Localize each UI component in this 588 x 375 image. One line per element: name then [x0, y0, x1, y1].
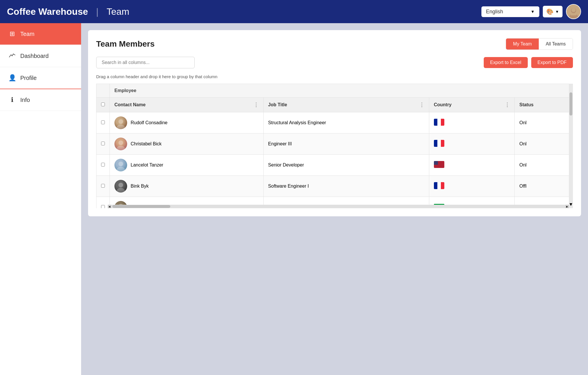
- sidebar-item-team[interactable]: ⊞ Team: [0, 23, 81, 45]
- table-column-headers: Contact Name ⋮ Job Title ⋮: [96, 98, 573, 112]
- col-checkbox-all: [96, 84, 110, 98]
- contact-name-cell: Bink Byk: [110, 176, 264, 197]
- dashboard-icon: [8, 52, 16, 60]
- employee-avatar: [114, 138, 127, 150]
- job-title-value: Senior Developer: [268, 162, 304, 167]
- svg-rect-4: [570, 13, 577, 15]
- row-checkbox[interactable]: [101, 205, 105, 208]
- team-icon: ⊞: [8, 30, 16, 38]
- job-title-cell: Senior Developer: [263, 155, 429, 176]
- language-label: English: [486, 9, 503, 15]
- svg-point-3: [571, 8, 576, 12]
- search-input[interactable]: [96, 57, 195, 68]
- col-header-job-title[interactable]: Job Title ⋮: [263, 98, 429, 112]
- col-label-contact-name: Contact Name: [114, 102, 146, 107]
- contact-name-cell: Christabel Bick: [110, 133, 264, 155]
- theme-dropdown-arrow: ▼: [555, 10, 559, 14]
- tab-all-teams[interactable]: All Teams: [539, 39, 573, 50]
- status-cell: Offl: [514, 176, 573, 197]
- table-row: Lancelot Tanzer Senior Developer Onl: [96, 155, 573, 176]
- sidebar: ⊞ Team Dashboard 👤 Profile ℹ Info: [0, 23, 81, 375]
- content-card: Team Members My Team All Teams Export to…: [88, 30, 581, 216]
- vertical-scrollbar[interactable]: ▼: [569, 84, 573, 208]
- theme-button[interactable]: 🎨 ▼: [543, 6, 563, 17]
- col-menu-country[interactable]: ⋮: [505, 102, 510, 108]
- sidebar-label-dashboard: Dashboard: [20, 53, 49, 59]
- select-all-checkbox[interactable]: [101, 103, 105, 106]
- col-header-contact-name[interactable]: Contact Name ⋮: [110, 98, 264, 112]
- svg-point-9: [118, 140, 123, 145]
- col-header-country[interactable]: Country ⋮: [429, 98, 514, 112]
- header-divider: |: [96, 6, 98, 17]
- profile-icon: 👤: [8, 74, 16, 82]
- country-cell: [429, 112, 514, 133]
- toolbar: Export to Excel Export to PDF: [96, 57, 573, 68]
- sidebar-label-info: Info: [20, 97, 30, 103]
- job-title-cell: Structural Analysis Engineer: [263, 112, 429, 133]
- table-body: Rudolf Consadine Structural Analysis Eng…: [96, 112, 573, 208]
- col-label-country: Country: [434, 102, 452, 107]
- main-content: Team Members My Team All Teams Export to…: [81, 23, 588, 375]
- team-members-header: Team Members My Team All Teams: [96, 38, 573, 50]
- employee-name: Christabel Bick: [131, 141, 162, 147]
- brand-section: Coffee Warehouse | Team: [7, 6, 481, 17]
- scroll-left-arrow[interactable]: ◄: [108, 205, 111, 208]
- scroll-down-arrow[interactable]: ▼: [569, 202, 573, 207]
- export-excel-button[interactable]: Export to Excel: [484, 57, 528, 68]
- status-cell: Onl: [514, 112, 573, 133]
- job-title-value: Engineer III: [268, 141, 292, 146]
- row-checkbox-cell: [96, 112, 110, 133]
- table-row: Rudolf Consadine Structural Analysis Eng…: [96, 112, 573, 133]
- table-group-header-row: Employee: [96, 84, 573, 98]
- user-avatar[interactable]: [566, 4, 581, 19]
- row-checkbox-cell: [96, 133, 110, 155]
- scrollbar-thumb[interactable]: [569, 92, 572, 116]
- main-layout: ⊞ Team Dashboard 👤 Profile ℹ Info Team M…: [0, 23, 588, 375]
- row-checkbox[interactable]: [101, 142, 105, 145]
- export-buttons: Export to Excel Export to PDF: [484, 57, 573, 68]
- sidebar-label-team: Team: [20, 31, 34, 37]
- header-controls: English ▼ 🎨 ▼: [481, 4, 581, 19]
- status-value: Offl: [519, 184, 527, 189]
- sidebar-item-info[interactable]: ℹ Info: [0, 89, 81, 111]
- col-menu-job-title[interactable]: ⋮: [419, 102, 424, 108]
- col-menu-contact-name[interactable]: ⋮: [253, 102, 259, 108]
- row-checkbox-cell: [96, 176, 110, 197]
- country-cell: [429, 155, 514, 176]
- row-checkbox[interactable]: [101, 163, 105, 167]
- sidebar-label-profile: Profile: [20, 75, 37, 81]
- horizontal-scrollbar-thumb[interactable]: [112, 205, 170, 208]
- table-row: Christabel Bick Engineer III Onl: [96, 133, 573, 155]
- employee-cell: Bink Byk: [114, 180, 259, 193]
- job-title-value: Structural Analysis Engineer: [268, 120, 326, 125]
- col-label-job-title: Job Title: [268, 102, 287, 107]
- tab-my-team[interactable]: My Team: [506, 39, 539, 50]
- app-header: Coffee Warehouse | Team English ▼ 🎨 ▼: [0, 0, 588, 23]
- team-table: Employee Contact Name ⋮: [96, 84, 573, 208]
- svg-point-6: [118, 119, 123, 124]
- header-section: Team: [107, 6, 129, 17]
- employee-name: Lancelot Tanzer: [131, 162, 163, 168]
- contact-name-cell: Rudolf Consadine: [110, 112, 264, 133]
- employee-avatar: [114, 116, 127, 129]
- employee-avatar: [114, 159, 127, 171]
- sidebar-item-dashboard[interactable]: Dashboard: [0, 45, 81, 67]
- flag-france: [434, 119, 444, 126]
- employee-group-header: Employee: [110, 84, 573, 98]
- table-row: Bink Byk Software Engineer I Offl: [96, 176, 573, 197]
- language-selector[interactable]: English ▼: [481, 6, 539, 17]
- employee-cell: Rudolf Consadine: [114, 116, 259, 129]
- scroll-right-arrow[interactable]: ►: [565, 205, 569, 208]
- col-header-status[interactable]: Status: [514, 98, 573, 112]
- app-title: Coffee Warehouse: [7, 6, 88, 17]
- status-value: Onl: [519, 120, 527, 125]
- export-pdf-button[interactable]: Export to PDF: [531, 57, 573, 68]
- employee-name: Rudolf Consadine: [131, 120, 167, 125]
- col-select-all[interactable]: [96, 98, 110, 112]
- team-tabs: My Team All Teams: [506, 38, 573, 50]
- paint-icon: 🎨: [546, 8, 554, 15]
- sidebar-item-profile[interactable]: 👤 Profile: [0, 67, 81, 89]
- row-checkbox[interactable]: [101, 120, 105, 124]
- status-cell: Onl: [514, 133, 573, 155]
- row-checkbox[interactable]: [101, 184, 105, 188]
